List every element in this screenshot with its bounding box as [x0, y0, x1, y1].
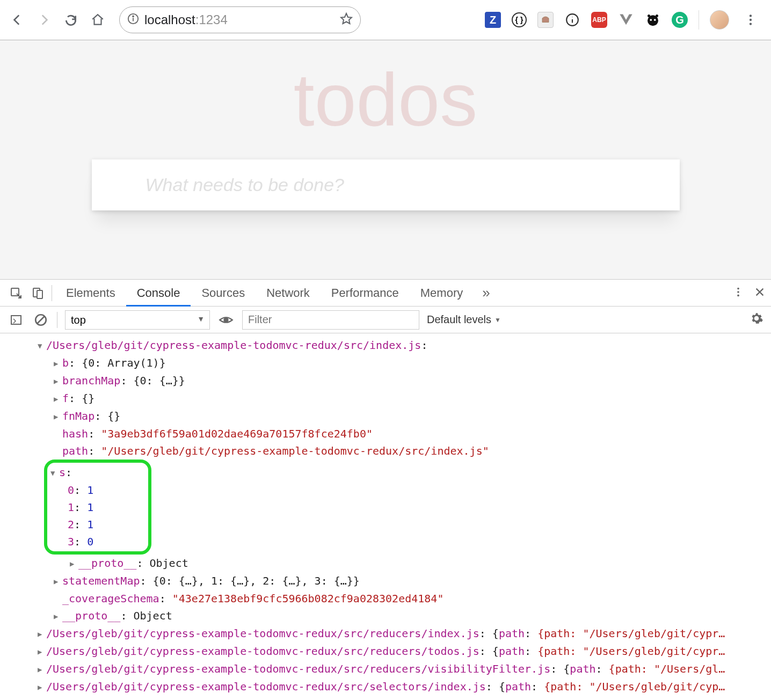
extension-generic-icon[interactable] — [537, 12, 554, 28]
inspect-element-icon[interactable] — [5, 287, 27, 300]
svg-point-18 — [737, 291, 739, 293]
console-row[interactable]: statementMap: {0: {…}, 1: {…}, 2: {…}, 3… — [5, 572, 766, 590]
forward-button[interactable] — [33, 9, 55, 31]
page-content: todos — [0, 40, 771, 279]
console-output[interactable]: /Users/gleb/git/cypress-example-todomvc-… — [0, 333, 771, 700]
extension-blob-icon[interactable] — [645, 12, 661, 28]
extension-vue-icon[interactable] — [618, 12, 634, 28]
console-row[interactable]: __proto__: Object — [5, 696, 766, 700]
console-toolbar: top Default levels▼ — [0, 307, 771, 333]
svg-point-17 — [737, 287, 739, 289]
console-row[interactable]: /Users/gleb/git/cypress-example-todomvc-… — [5, 678, 766, 696]
svg-point-7 — [648, 14, 650, 17]
device-toolbar-icon[interactable] — [27, 287, 48, 300]
live-expression-icon[interactable] — [217, 312, 235, 327]
console-row[interactable]: __proto__: Object — [5, 607, 766, 625]
svg-point-12 — [750, 19, 752, 21]
extension-grammarly-icon[interactable]: G — [672, 12, 688, 28]
console-sidebar-toggle-icon[interactable] — [8, 313, 25, 326]
devtools-close-button[interactable] — [754, 286, 766, 300]
svg-point-11 — [750, 14, 752, 17]
toolbar-sep — [57, 312, 57, 328]
tab-memory[interactable]: Memory — [410, 280, 474, 307]
log-levels-select[interactable]: Default levels▼ — [427, 313, 501, 326]
console-row[interactable]: 0: 1 — [50, 482, 145, 499]
execution-context-select[interactable]: top — [65, 310, 210, 330]
url-text: localhost:1234 — [144, 12, 228, 27]
annotation-highlight: s: 0: 1 1: 1 2: 1 3: 0 — [44, 460, 151, 555]
tab-console[interactable]: Console — [126, 280, 191, 307]
svg-point-10 — [654, 19, 656, 21]
console-object-root[interactable]: /Users/gleb/git/cypress-example-todomvc-… — [5, 337, 766, 354]
console-row[interactable]: path: "/Users/gleb/git/cypress-example-t… — [5, 442, 766, 460]
console-row[interactable]: s: — [50, 464, 145, 482]
svg-rect-16 — [37, 290, 42, 298]
tab-sources[interactable]: Sources — [191, 280, 256, 307]
chrome-menu-button[interactable] — [740, 9, 761, 31]
console-settings-icon[interactable] — [750, 311, 763, 328]
svg-point-22 — [224, 318, 228, 322]
extension-z-icon[interactable]: Z — [485, 12, 501, 28]
new-todo-input[interactable] — [92, 159, 680, 210]
devtools-tabbar: Elements Console Sources Network Perform… — [0, 280, 771, 307]
console-row[interactable]: /Users/gleb/git/cypress-example-todomvc-… — [5, 660, 766, 678]
console-row[interactable]: branchMap: {0: {…}} — [5, 372, 766, 390]
tab-separator — [52, 285, 52, 301]
tab-network[interactable]: Network — [256, 280, 321, 307]
svg-point-9 — [650, 19, 652, 21]
console-row[interactable]: fnMap: {} — [5, 407, 766, 425]
profile-avatar[interactable] — [710, 10, 729, 30]
console-row[interactable]: 1: 1 — [50, 499, 145, 516]
svg-point-19 — [737, 294, 739, 296]
toolbar-divider — [699, 10, 699, 30]
address-bar[interactable]: localhost:1234 — [119, 6, 361, 33]
devtools-menu-button[interactable] — [732, 286, 744, 300]
site-info-icon[interactable] — [127, 13, 139, 27]
tab-elements[interactable]: Elements — [55, 280, 126, 307]
back-button[interactable] — [6, 9, 28, 31]
console-row[interactable]: __proto__: Object — [5, 555, 766, 572]
browser-toolbar: localhost:1234 Z { } ABP G — [0, 0, 771, 40]
console-row[interactable]: b: {0: Array(1)} — [5, 354, 766, 372]
devtools-panel: Elements Console Sources Network Perform… — [0, 279, 771, 700]
console-row[interactable]: f: {} — [5, 390, 766, 407]
console-filter-input[interactable] — [242, 310, 419, 330]
bookmark-star-icon[interactable] — [340, 12, 353, 27]
console-row[interactable]: /Users/gleb/git/cypress-example-todomvc-… — [5, 643, 766, 660]
console-row[interactable]: _coverageSchema: "43e27e138ebf9cfc5966b0… — [5, 590, 766, 607]
console-row[interactable]: /Users/gleb/git/cypress-example-todomvc-… — [5, 625, 766, 643]
clear-console-icon[interactable] — [32, 313, 49, 327]
console-row[interactable]: hash: "3a9eb3df6f59a01d02dae469a70157f8f… — [5, 425, 766, 442]
tabs-overflow-button[interactable]: » — [474, 285, 498, 301]
console-row[interactable]: 3: 0 — [50, 533, 145, 550]
extension-braces-icon[interactable]: { } — [512, 12, 527, 27]
console-row[interactable]: 2: 1 — [50, 516, 145, 533]
extension-icons: Z { } ABP G — [485, 9, 765, 31]
home-button[interactable] — [87, 9, 108, 31]
reload-button[interactable] — [60, 9, 82, 31]
todo-input-container — [92, 159, 680, 210]
extension-abp-icon[interactable]: ABP — [591, 12, 607, 28]
todos-heading: todos — [0, 40, 771, 143]
extension-info-icon[interactable] — [564, 12, 580, 28]
tab-performance[interactable]: Performance — [321, 280, 410, 307]
svg-point-2 — [133, 16, 134, 17]
svg-rect-20 — [11, 316, 21, 324]
svg-point-8 — [656, 14, 658, 17]
svg-point-13 — [750, 23, 752, 25]
